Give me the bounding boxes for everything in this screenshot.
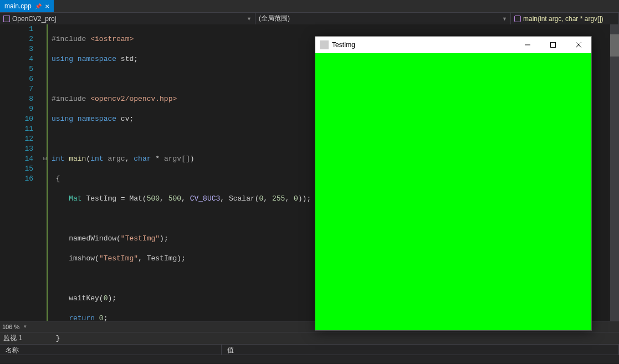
line-number: 16 [0,174,33,184]
project-label: OpenCV2_proj [12,15,56,23]
testimg-canvas [315,53,591,330]
app-icon [320,40,329,49]
vertical-scrollbar[interactable] [610,24,619,321]
chevron-down-icon[interactable]: ▼ [23,324,27,329]
svg-rect-1 [551,43,556,48]
testimg-titlebar[interactable]: TestImg [315,37,591,53]
project-dropdown[interactable]: OpenCV2_proj ▼ [0,13,255,24]
line-number: 6 [0,74,33,84]
project-icon [3,16,10,22]
fold-toggle[interactable]: ⊟ [42,154,48,164]
line-number: 4 [0,54,33,64]
code-line: } [52,334,619,344]
testimg-window[interactable]: TestImg [315,36,592,331]
scope-dropdown[interactable]: (全局范围) ▼ [255,13,511,24]
line-number: 9 [0,104,33,114]
line-number: 10 [0,114,33,124]
tab-bar: main.cpp 📌 ✕ [0,0,619,12]
line-number: 7 [0,84,33,94]
chevron-down-icon: ▼ [247,16,252,22]
scope-label: (全局范围) [259,14,290,23]
line-number-gutter: 1 2 3 4 5 6 7 8 9 10 11 12 13 14 15 16 [0,24,43,321]
function-icon [514,16,521,22]
zoom-level[interactable]: 106 % [2,324,19,330]
line-number: 2 [0,34,33,44]
line-number: 11 [0,124,33,134]
line-number: 1 [0,24,33,34]
window-controls [515,37,591,53]
minimize-icon [525,42,530,48]
function-dropdown[interactable]: main(int argc, char * argv[]) [511,13,619,24]
navigation-bar: OpenCV2_proj ▼ (全局范围) ▼ main(int argc, c… [0,12,619,24]
line-number: 15 [0,164,33,174]
line-number: 12 [0,134,33,144]
close-icon [576,42,581,48]
file-tab-main-cpp[interactable]: main.cpp 📌 ✕ [0,0,54,12]
maximize-button[interactable] [540,37,566,53]
close-button[interactable] [566,37,591,53]
scrollbar-thumb[interactable] [610,34,619,57]
close-icon[interactable]: ✕ [45,3,49,9]
line-number: 13 [0,144,33,154]
line-number: 3 [0,44,33,54]
function-label: main(int argc, char * argv[]) [523,15,603,23]
maximize-icon [550,42,556,48]
tab-label: main.cpp [4,2,32,10]
chevron-down-icon: ▼ [502,16,507,22]
line-number: 14 [0,154,33,164]
pin-icon[interactable]: 📌 [35,3,42,9]
line-number: 5 [0,64,33,74]
testimg-title: TestImg [332,41,355,49]
line-number: 8 [0,94,33,104]
minimize-button[interactable] [515,37,540,53]
